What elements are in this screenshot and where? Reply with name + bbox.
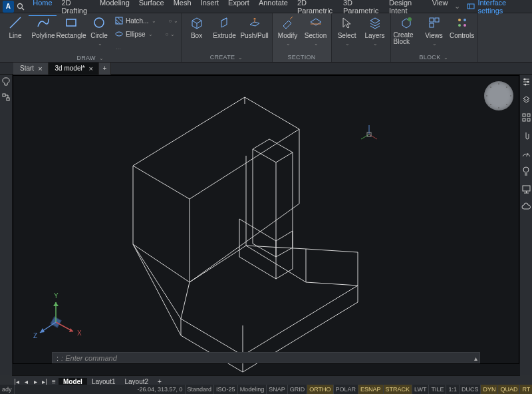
doc-tab-0[interactable]: Start× [13, 63, 49, 75]
select-button[interactable]: Select⌄ [334, 15, 360, 52]
toggle-strack[interactable]: STRACK [384, 385, 413, 394]
svg-line-1 [22, 8, 24, 10]
doc-tab-add[interactable]: + [99, 63, 111, 75]
toggle-polar[interactable]: POLAR [334, 385, 359, 394]
layers-button[interactable]: Layers⌄ [362, 15, 388, 52]
cmd-expand-icon[interactable]: ▴ [474, 355, 477, 362]
create-block-button[interactable]: Create Block [394, 15, 419, 52]
box-button[interactable]: Box [184, 15, 209, 52]
box-icon [189, 15, 205, 31]
ribbon-group-select: Select⌄ Layers⌄ [332, 13, 391, 62]
status-iso[interactable]: ISO-25 [214, 385, 238, 394]
ribbon: Line Polyline Rectangle Circle⌄ Hatch...… [0, 13, 532, 63]
structure-icon[interactable] [2, 93, 10, 101]
presentation-icon[interactable] [522, 185, 531, 194]
ellipse-icon [114, 29, 124, 39]
ellipse-button[interactable]: Ellipse⌄○ ⌄ [114, 28, 178, 40]
chevron-down-icon[interactable]: ⌄ [98, 41, 102, 47]
extrude-icon [217, 15, 233, 31]
toggle-lwt[interactable]: LWT [412, 385, 429, 394]
svg-point-0 [17, 3, 22, 8]
wireframe-model [13, 76, 519, 369]
svg-rect-5 [66, 19, 76, 26]
section-icon [308, 15, 324, 31]
svg-point-57 [506, 104, 507, 105]
status-mode[interactable]: Modeling [238, 385, 267, 394]
svg-line-4 [10, 17, 21, 28]
toggle-tile[interactable]: TILE [429, 385, 446, 394]
app-logo[interactable]: A [3, 1, 14, 13]
bulb2-icon[interactable] [522, 166, 530, 176]
close-icon[interactable]: × [38, 65, 42, 73]
circle-button[interactable]: Circle⌄ [86, 15, 112, 52]
command-input[interactable]: :: Enter command [52, 352, 480, 363]
rectangle-button[interactable]: Rectangle [59, 15, 84, 52]
svg-rect-15 [435, 18, 439, 22]
controls-button[interactable]: Controls [450, 15, 475, 52]
toggle-ortho[interactable]: ORTHO [307, 385, 333, 394]
cloud-icon[interactable] [521, 203, 531, 210]
more-button[interactable]: … [114, 41, 178, 53]
doc-tabstrip: Start×3d model*×+ [0, 63, 532, 75]
attach-icon[interactable] [522, 131, 530, 140]
toggle-rt[interactable]: RT [520, 385, 532, 394]
dashboard-icon[interactable] [522, 150, 531, 157]
status-coords: -26.04, 313.57, 0 [136, 385, 186, 394]
svg-point-59 [490, 104, 491, 105]
search-icon[interactable] [17, 3, 27, 11]
svg-text:X: X [77, 329, 82, 337]
doc-tab-1[interactable]: 3d model*× [49, 63, 99, 75]
svg-rect-31 [523, 118, 525, 121]
svg-point-6 [94, 18, 104, 27]
svg-point-11 [116, 32, 122, 36]
toggle-esnap[interactable]: ESNAP [358, 385, 384, 394]
line-icon [7, 15, 23, 31]
svg-point-20 [464, 24, 466, 27]
ribbon-group-block: Create Block Views⌄ Controls BLOCK ⌄ [391, 13, 478, 62]
toggle-ducs[interactable]: DUCS [460, 385, 481, 394]
view-cube[interactable] [484, 81, 513, 110]
cursor-icon [339, 15, 355, 31]
svg-rect-30 [527, 114, 530, 116]
modify-button[interactable]: Modify⌄ [275, 15, 301, 52]
bulb-icon[interactable] [2, 77, 10, 87]
right-sidebar [520, 75, 532, 375]
svg-line-33 [526, 153, 528, 156]
polyline-button[interactable]: Polyline [31, 15, 56, 52]
interface-settings-link[interactable]: Interface settings [463, 0, 532, 15]
chevron-down-icon[interactable]: ⌄ [452, 2, 463, 11]
views-button[interactable]: Views⌄ [422, 15, 447, 52]
svg-rect-22 [7, 98, 9, 100]
close-icon[interactable]: × [89, 65, 93, 73]
svg-point-27 [527, 81, 529, 83]
toggle-quad[interactable]: QUAD [498, 385, 520, 394]
polyline-icon [35, 15, 51, 31]
toggle-1:1[interactable]: 1:1 [446, 385, 460, 394]
layers-panel-icon[interactable] [522, 95, 531, 104]
svg-rect-16 [430, 23, 434, 27]
toggle-grid[interactable]: GRID [288, 385, 308, 394]
svg-rect-37 [523, 186, 530, 191]
svg-point-28 [524, 84, 526, 86]
hatch-icon [114, 16, 124, 25]
sliders-icon[interactable] [522, 77, 531, 86]
toggle-snap[interactable]: SNAP [267, 385, 288, 394]
svg-point-34 [523, 167, 529, 172]
viewport[interactable]: X Y Z :: Enter command ▴ [13, 76, 519, 363]
svg-rect-21 [3, 94, 5, 97]
pushpull-button[interactable]: Push/Pull [240, 15, 269, 52]
toggle-dyn[interactable]: DYN [481, 385, 498, 394]
views-icon [426, 15, 442, 31]
hatch-button[interactable]: Hatch...⌄○ ⌄ [114, 15, 178, 27]
line-button[interactable]: Line [3, 15, 28, 52]
status-standard[interactable]: Standard [186, 385, 215, 394]
grid-icon[interactable] [522, 113, 531, 122]
status-ready: ady [0, 385, 15, 394]
svg-point-58 [498, 107, 499, 108]
section-button[interactable]: Section⌄ [303, 15, 329, 52]
svg-text:Y: Y [54, 292, 59, 299]
svg-point-60 [486, 95, 487, 97]
svg-line-10 [118, 17, 122, 22]
extrude-button[interactable]: Extrude [212, 15, 237, 52]
ribbon-group-section: Modify⌄ Section⌄ SECTION [273, 13, 332, 62]
